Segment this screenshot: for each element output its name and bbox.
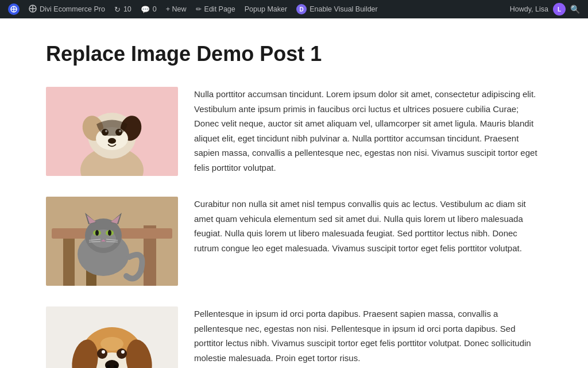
- page-title: Replace Image Demo Post 1: [46, 41, 542, 66]
- edit-page-label: Edit Page: [204, 5, 235, 13]
- post-section-1: Nulla porttitor accumsan tincidunt. Lore…: [46, 87, 542, 176]
- post-paragraph: Curabitur non nulla sit amet nisl tempus…: [194, 197, 542, 255]
- post-image-2: [46, 197, 178, 286]
- post-text-2: Curabitur non nulla sit amet nisl tempus…: [194, 197, 542, 255]
- post-text-1: Nulla porttitor accumsan tincidunt. Lore…: [194, 87, 542, 175]
- new-item[interactable]: + New: [161, 0, 191, 18]
- site-name-label: Divi Ecommerce Pro: [40, 5, 105, 13]
- post-text-3: Pellentesque in ipsum id orci porta dapi…: [194, 306, 542, 368]
- updates-icon: ↻: [114, 5, 121, 14]
- svg-point-47: [121, 350, 125, 354]
- visual-builder-item[interactable]: D Enable Visual Builder: [292, 0, 382, 18]
- svg-point-46: [102, 350, 105, 354]
- new-label: + New: [166, 5, 187, 13]
- avatar[interactable]: L: [553, 3, 566, 16]
- admin-bar: Divi Ecommerce Pro ↻ 10 💬 0 + New ✏ Edit…: [0, 0, 588, 18]
- site-icon: [29, 5, 37, 14]
- popup-maker-label: Popup Maker: [245, 5, 287, 13]
- svg-point-45: [117, 348, 127, 359]
- svg-point-53: [100, 337, 123, 351]
- svg-rect-18: [63, 231, 75, 286]
- edit-icon: ✏: [196, 5, 202, 13]
- adminbar-right: Howdy, Lisa L 🔍: [505, 3, 585, 16]
- post-section-2: Curabitur non nulla sit amet nisl tempus…: [46, 197, 542, 286]
- comments-count: 0: [153, 5, 157, 13]
- page-content: Replace Image Demo Post 1: [0, 18, 588, 368]
- site-name-item[interactable]: Divi Ecommerce Pro: [24, 0, 110, 18]
- wp-logo-icon: [8, 3, 20, 15]
- updates-count: 10: [123, 5, 131, 13]
- search-icon[interactable]: 🔍: [566, 5, 585, 14]
- post-image-3: [46, 306, 178, 368]
- svg-point-31: [95, 230, 99, 236]
- divi-icon: D: [296, 4, 307, 14]
- comments-icon: 💬: [141, 5, 150, 14]
- popup-maker-item[interactable]: Popup Maker: [240, 0, 292, 18]
- svg-point-50: [114, 365, 117, 367]
- post-paragraph: Nulla porttitor accumsan tincidunt. Lore…: [194, 87, 542, 175]
- svg-point-44: [97, 348, 107, 359]
- wp-logo-item[interactable]: [3, 0, 24, 18]
- svg-point-16: [108, 138, 116, 144]
- post-image-1: [46, 87, 178, 176]
- comments-item[interactable]: 💬 0: [136, 0, 161, 18]
- svg-point-49: [107, 365, 110, 367]
- updates-item[interactable]: ↻ 10: [110, 0, 136, 18]
- enable-visual-builder-label: Enable Visual Builder: [310, 5, 378, 13]
- post-section-3: Pellentesque in ipsum id orci porta dapi…: [46, 306, 542, 368]
- edit-page-item[interactable]: ✏ Edit Page: [191, 0, 240, 18]
- howdy-label[interactable]: Howdy, Lisa: [505, 5, 553, 13]
- svg-point-32: [108, 230, 111, 236]
- post-paragraph: Pellentesque in ipsum id orci porta dapi…: [194, 306, 542, 365]
